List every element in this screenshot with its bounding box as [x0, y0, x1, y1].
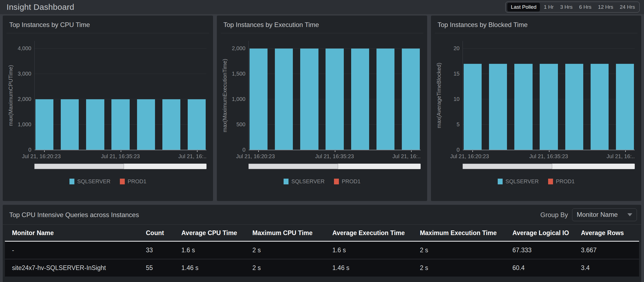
chart-scrollbar[interactable] — [34, 164, 206, 169]
bar-sqlserver[interactable] — [351, 49, 369, 150]
bar-sqlserver[interactable] — [376, 49, 394, 150]
bar-sqlserver[interactable] — [188, 99, 206, 150]
legend-swatch-icon — [498, 179, 503, 184]
plot-area: 05001,0001,5002,000 — [248, 41, 421, 150]
plot-area: 05101520 — [463, 41, 635, 150]
chart-title: Top Instances by Execution Time — [217, 16, 427, 33]
y-axis-label: max(MaximumCPUTime) — [7, 41, 15, 150]
legend-label: PROD1 — [128, 178, 147, 185]
column-header-average-cpu-time: Average CPU Time — [179, 225, 250, 241]
legend-item-sqlserver[interactable]: SQLSERVER — [498, 178, 539, 185]
chart-title: Top Instances by Blocked Time — [431, 16, 641, 33]
x-axis-tick — [258, 151, 259, 152]
table-cell: 1.6 s — [179, 241, 250, 259]
chart-legend: SQLSERVER PROD1 — [431, 178, 641, 185]
x-axis-labels: Jul 21, 16:20:23 Jul 21, 16:35:23 Jul 21… — [34, 153, 206, 160]
bar-sqlserver[interactable] — [540, 64, 558, 150]
group-by-label: Group By — [540, 211, 568, 219]
group-by-dropdown[interactable]: Monitor Name — [572, 208, 637, 221]
x-tick-label: Jul 21, 16:20:23 — [450, 153, 489, 160]
chart-scrollbar[interactable] — [248, 164, 421, 169]
time-range-option-last-polled[interactable]: Last Polled — [507, 3, 540, 11]
app-header: Insight Dashboard Last Polled1 Hr3 Hrs6 … — [0, 0, 644, 14]
time-range-option-24-hrs[interactable]: 24 Hrs — [617, 3, 638, 11]
legend-item-prod1[interactable]: PROD1 — [120, 178, 147, 185]
y-tick-label: 1,000 — [223, 96, 245, 102]
bar-sqlserver[interactable] — [514, 64, 532, 150]
bars-group — [35, 41, 206, 150]
table-cell: 3.4 — [578, 259, 639, 277]
legend-swatch-icon — [284, 179, 288, 184]
bars-group — [249, 41, 421, 150]
bar-sqlserver[interactable] — [86, 99, 104, 150]
chart-scrollbar-thumb[interactable] — [34, 164, 124, 169]
bar-sqlserver[interactable] — [250, 49, 268, 150]
x-axis-line — [35, 150, 206, 150]
queries-table: Monitor NameCountAverage CPU TimeMaximum… — [5, 225, 639, 277]
bar-sqlserver[interactable] — [489, 64, 507, 150]
chart-panel-1: Top Instances by Execution Time max(Maxi… — [217, 16, 427, 201]
x-tick-label: Jul 21, 16:.. — [178, 153, 206, 160]
bar-sqlserver[interactable] — [326, 49, 344, 150]
bar-sqlserver[interactable] — [162, 99, 180, 150]
y-axis-label: max(MaximumExecutionTime) — [221, 41, 229, 150]
x-tick-label: Jul 21, 16:20:23 — [236, 153, 275, 160]
x-axis-labels: Jul 21, 16:20:23 Jul 21, 16:35:23 Jul 21… — [248, 153, 421, 160]
x-axis-tick — [197, 151, 198, 152]
legend-item-prod1[interactable]: PROD1 — [334, 178, 361, 185]
count-link[interactable]: 55 — [143, 259, 179, 277]
bar-sqlserver[interactable] — [464, 64, 482, 150]
column-header-average-execution-time: Average Execution Time — [330, 225, 417, 241]
legend-item-sqlserver[interactable]: SQLSERVER — [69, 178, 111, 185]
table-cell: - — [5, 241, 143, 259]
chart-area: max(AverageTimeBlocked) 05101520 Jul 21,… — [431, 33, 641, 194]
bar-sqlserver[interactable] — [616, 64, 634, 150]
chart-scrollbar-thumb[interactable] — [463, 164, 552, 169]
group-by-selected-value: Monitor Name — [577, 211, 618, 218]
chart-scrollbar-thumb[interactable] — [248, 164, 338, 169]
x-tick-label: Jul 21, 16:.. — [607, 153, 635, 160]
bar-sqlserver[interactable] — [300, 49, 318, 150]
bar-sqlserver[interactable] — [565, 64, 583, 150]
time-range-option-1-hr[interactable]: 1 Hr — [541, 3, 556, 11]
chart-panel-2: Top Instances by Blocked Time max(Averag… — [431, 16, 641, 201]
bar-sqlserver[interactable] — [61, 99, 79, 150]
y-tick-label: 1,000 — [9, 121, 31, 128]
bar-sqlserver[interactable] — [591, 64, 609, 150]
bar-sqlserver[interactable] — [275, 49, 293, 150]
table-cell: 2 s — [417, 241, 510, 259]
queries-panel-title: Top CPU Intensive Queries across Instanc… — [9, 211, 139, 219]
table-cell: 2 s — [250, 241, 330, 259]
table-cell: 1.46 s — [330, 259, 417, 277]
y-tick-label: 15 — [437, 71, 460, 77]
chart-scrollbar[interactable] — [463, 164, 635, 169]
chart-legend: SQLSERVER PROD1 — [3, 178, 213, 185]
y-axis-label: max(AverageTimeBlocked) — [435, 41, 443, 150]
time-range-option-12-hrs[interactable]: 12 Hrs — [595, 3, 616, 11]
legend-swatch-icon — [120, 179, 125, 184]
bar-sqlserver[interactable] — [137, 99, 155, 150]
y-tick-label: 2,000 — [223, 45, 245, 52]
bar-sqlserver[interactable] — [402, 49, 420, 150]
time-range-option-6-hrs[interactable]: 6 Hrs — [576, 3, 594, 11]
x-axis-tick — [121, 151, 121, 152]
chart-area: max(MaximumExecutionTime) 05001,0001,500… — [217, 33, 427, 194]
chart-area: max(MaximumCPUTime) 01,0002,0003,0004,00… — [3, 33, 213, 194]
table-cell: 3.667 — [578, 241, 639, 259]
x-axis-tick — [472, 151, 473, 152]
legend-item-sqlserver[interactable]: SQLSERVER — [284, 178, 325, 185]
bars-group — [463, 41, 635, 150]
column-header-monitor-name: Monitor Name — [5, 225, 143, 241]
legend-item-prod1[interactable]: PROD1 — [548, 178, 575, 185]
legend-swatch-icon — [334, 179, 339, 184]
time-range-option-3-hrs[interactable]: 3 Hrs — [557, 3, 575, 11]
count-link[interactable]: 33 — [143, 241, 179, 259]
y-tick-label: 500 — [223, 121, 245, 128]
y-tick-label: 3,000 — [9, 71, 31, 77]
bar-sqlserver[interactable] — [35, 99, 53, 150]
bar-sqlserver[interactable] — [111, 99, 129, 150]
x-tick-label: Jul 21, 16:35:23 — [315, 153, 354, 160]
y-tick-label: 10 — [437, 96, 460, 102]
time-range-selector: Last Polled1 Hr3 Hrs6 Hrs12 Hrs24 Hrs — [505, 2, 640, 13]
legend-label: PROD1 — [342, 178, 361, 185]
